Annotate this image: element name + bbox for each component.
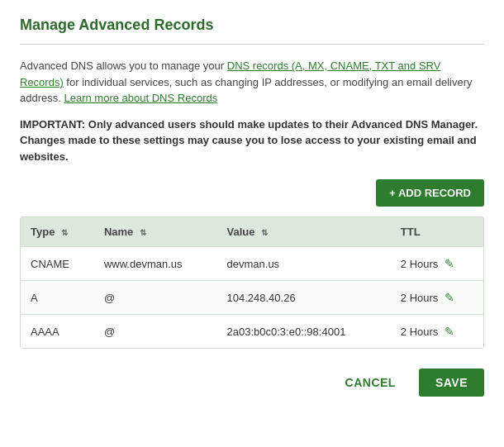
cell-value: 2a03:b0c0:3:e0::98:4001 [217,315,391,349]
cell-value: devman.us [217,247,391,281]
important-notice: IMPORTANT: Only advanced users should ma… [20,117,484,165]
cell-value: 104.248.40.26 [217,281,391,315]
sort-icon-value[interactable]: ⇅ [261,228,268,237]
sort-icon-name[interactable]: ⇅ [140,228,146,237]
cell-ttl: 2 Hours✎ [391,247,483,280]
page-title: Manage Advanced Records [20,17,484,34]
edit-icon[interactable]: ✎ [445,325,454,338]
table-row: CNAMEwww.devman.usdevman.us2 Hours✎ [21,247,483,281]
col-ttl: TTL [391,217,483,247]
cell-name: @ [94,315,217,349]
description-text: Advanced DNS allows you to manage your D… [20,58,484,107]
ttl-value: 2 Hours [401,292,439,304]
cell-type: AAAA [21,315,94,349]
cell-ttl: 2 Hours✎ [391,281,483,314]
dns-records-link[interactable]: DNS records (A, MX, CNAME, TXT and SRV R… [20,59,440,88]
cell-ttl: 2 Hours✎ [391,315,483,348]
edit-icon[interactable]: ✎ [445,257,454,270]
col-name: Name ⇅ [94,217,217,247]
ttl-value: 2 Hours [401,258,439,270]
table-row: AAAA@2a03:b0c0:3:e0::98:40012 Hours✎ [21,315,483,349]
cell-name: @ [94,281,217,315]
dns-records-table: Type ⇅ Name ⇅ Value ⇅ TTL CNAMEwww.devma… [20,216,484,349]
ttl-value: 2 Hours [401,326,439,338]
sort-icon-type[interactable]: ⇅ [61,228,68,237]
footer-actions: CANCEL SAVE [20,362,484,400]
table-row: A@104.248.40.262 Hours✎ [21,281,483,315]
col-value: Value ⇅ [217,217,391,247]
add-record-button[interactable]: + ADD RECORD [376,179,484,207]
col-type: Type ⇅ [21,217,94,247]
cell-type: CNAME [21,247,94,281]
cell-type: A [21,281,94,315]
edit-icon[interactable]: ✎ [445,291,454,304]
cancel-button[interactable]: CANCEL [332,369,409,396]
learn-more-link[interactable]: Learn more about DNS Records [64,92,217,104]
save-button[interactable]: SAVE [419,369,484,397]
cell-name: www.devman.us [94,247,217,281]
